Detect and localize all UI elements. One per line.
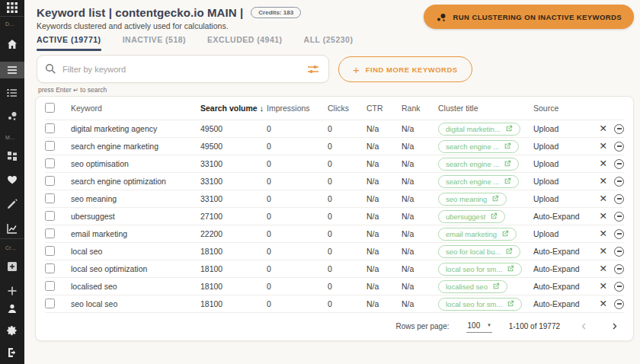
sidebar-item-add-box[interactable]	[0, 258, 24, 275]
deactivate-keyword-icon[interactable]	[614, 212, 624, 222]
column-header-impressions[interactable]: Impressions	[267, 104, 328, 113]
exclude-keyword-icon[interactable]: ✕	[600, 229, 607, 239]
deactivate-keyword-icon[interactable]	[614, 282, 624, 292]
tab-all[interactable]: ALL (25230)	[304, 35, 354, 51]
clicks-cell: 0	[328, 299, 366, 308]
deactivate-keyword-icon[interactable]	[614, 159, 624, 169]
sidebar-item-editor[interactable]	[0, 196, 24, 212]
row-checkbox[interactable]	[45, 123, 55, 133]
run-clustering-button[interactable]: RUN CLUSTERING ON INACTIVE KEYWORDS	[424, 5, 634, 29]
cluster-title-link[interactable]: seo for local bu...	[438, 245, 520, 258]
exclude-keyword-icon[interactable]: ✕	[600, 194, 607, 204]
column-header-rank[interactable]: Rank	[402, 104, 438, 113]
column-header-clicks[interactable]: Clicks	[328, 104, 366, 113]
tab-excluded[interactable]: EXCLUDED (4941)	[207, 35, 283, 51]
exclude-keyword-icon[interactable]: ✕	[600, 177, 607, 187]
search-volume-cell: 27100	[200, 212, 267, 221]
sidebar-item-logout[interactable]	[0, 343, 24, 361]
sidebar-item-add[interactable]	[0, 283, 24, 299]
deactivate-keyword-icon[interactable]	[614, 229, 624, 239]
deactivate-keyword-icon[interactable]	[614, 142, 624, 152]
cluster-title-link[interactable]: ubersuggest	[438, 210, 505, 223]
keyword-cell: search engine optimization	[71, 177, 200, 186]
exclude-keyword-icon[interactable]: ✕	[600, 264, 607, 274]
cluster-title-link[interactable]: email marketing	[438, 228, 517, 241]
row-checkbox[interactable]	[45, 211, 55, 221]
sidebar-item-keyword-list[interactable]	[0, 62, 24, 78]
exclude-keyword-icon[interactable]: ✕	[600, 282, 607, 292]
external-link-icon	[491, 195, 499, 203]
column-header-ctr[interactable]: CTR	[366, 104, 402, 113]
exclude-keyword-icon[interactable]: ✕	[600, 142, 607, 152]
sidebar-item-analytics[interactable]	[0, 220, 24, 237]
cluster-title-link[interactable]: digital marketin...	[438, 123, 520, 136]
previous-page-button[interactable]	[577, 320, 590, 334]
row-checkbox[interactable]	[45, 281, 55, 291]
cluster-title-link[interactable]: search engine ...	[438, 158, 519, 171]
source-cell: Upload	[533, 142, 594, 151]
row-checkbox[interactable]	[45, 263, 55, 273]
rank-cell: N/a	[402, 247, 438, 256]
external-link-icon	[501, 230, 509, 238]
exclude-keyword-icon[interactable]: ✕	[600, 247, 607, 257]
cluster-title-link[interactable]: local seo for sm...	[438, 263, 522, 276]
source-cell: Auto-Expand	[533, 282, 594, 291]
tab-inactive[interactable]: INACTIVE (518)	[123, 35, 186, 51]
row-checkbox[interactable]	[45, 193, 55, 203]
tab-active[interactable]: ACTIVE (19771)	[37, 35, 101, 51]
external-link-icon	[492, 283, 500, 290]
sidebar-section-label: Cr...	[0, 241, 24, 254]
sidebar-item-favorites[interactable]	[0, 171, 24, 188]
cluster-title-link[interactable]: search engine ...	[438, 175, 519, 188]
row-checkbox[interactable]	[45, 176, 55, 186]
rows-per-page-select[interactable]: 100 ▾	[466, 321, 492, 333]
search-volume-cell: 33100	[200, 159, 267, 168]
column-header-cluster-title[interactable]: Cluster title	[438, 104, 533, 113]
keyword-cell: digital marketing agency	[71, 124, 200, 133]
keyword-filter-input[interactable]	[56, 65, 306, 74]
sidebar-item-apps[interactable]	[0, 0, 24, 17]
sidebar-item-home[interactable]	[0, 36, 24, 53]
select-all-checkbox[interactable]	[45, 103, 55, 113]
next-page-button[interactable]	[607, 320, 621, 334]
cluster-title-link[interactable]: local seo for sm...	[438, 298, 522, 311]
source-cell: Upload	[533, 159, 594, 168]
keyword-filter-box	[37, 55, 329, 83]
exclude-keyword-icon[interactable]: ✕	[600, 299, 607, 309]
filter-sliders-icon[interactable]	[306, 62, 321, 77]
exclude-keyword-icon[interactable]: ✕	[600, 159, 607, 169]
sidebar-item-clustering[interactable]	[0, 107, 24, 124]
deactivate-keyword-icon[interactable]	[614, 264, 624, 274]
column-header-source[interactable]: Source	[533, 104, 594, 113]
row-checkbox[interactable]	[45, 228, 55, 238]
sidebar-item-account[interactable]	[0, 299, 24, 317]
deactivate-keyword-icon[interactable]	[614, 247, 624, 257]
sidebar-item-settings[interactable]	[0, 321, 24, 339]
sidebar-item-ordered-list[interactable]	[0, 85, 24, 101]
row-checkbox[interactable]	[45, 141, 55, 151]
sidebar-item-dashboard[interactable]	[0, 148, 24, 164]
deactivate-keyword-icon[interactable]	[614, 299, 624, 309]
find-more-keywords-button[interactable]: + FIND MORE KEYWORDS	[338, 56, 472, 82]
exclude-keyword-icon[interactable]: ✕	[600, 212, 607, 222]
cluster-title-link[interactable]: search engine ...	[438, 140, 519, 153]
exclude-keyword-icon[interactable]: ✕	[600, 124, 607, 134]
column-header-search-volume[interactable]: Search volume↓	[200, 104, 267, 113]
rank-cell: N/a	[402, 212, 438, 221]
clicks-cell: 0	[328, 282, 366, 291]
row-checkbox[interactable]	[45, 299, 55, 308]
row-checkbox[interactable]	[45, 158, 55, 168]
search-volume-cell: 33100	[200, 177, 267, 186]
impressions-cell: 0	[267, 229, 328, 238]
impressions-cell: 0	[267, 212, 328, 221]
row-checkbox[interactable]	[45, 246, 55, 256]
cluster-title-link[interactable]: localised seo	[438, 280, 507, 293]
column-header-keyword[interactable]: Keyword	[71, 104, 200, 113]
search-hint: press Enter ↵ to search	[38, 86, 107, 94]
rank-cell: N/a	[402, 194, 438, 203]
keyword-cell: search engine marketing	[71, 142, 200, 151]
cluster-title-link[interactable]: seo meaning	[438, 193, 507, 206]
deactivate-keyword-icon[interactable]	[614, 124, 624, 134]
deactivate-keyword-icon[interactable]	[614, 177, 624, 187]
deactivate-keyword-icon[interactable]	[614, 194, 624, 204]
